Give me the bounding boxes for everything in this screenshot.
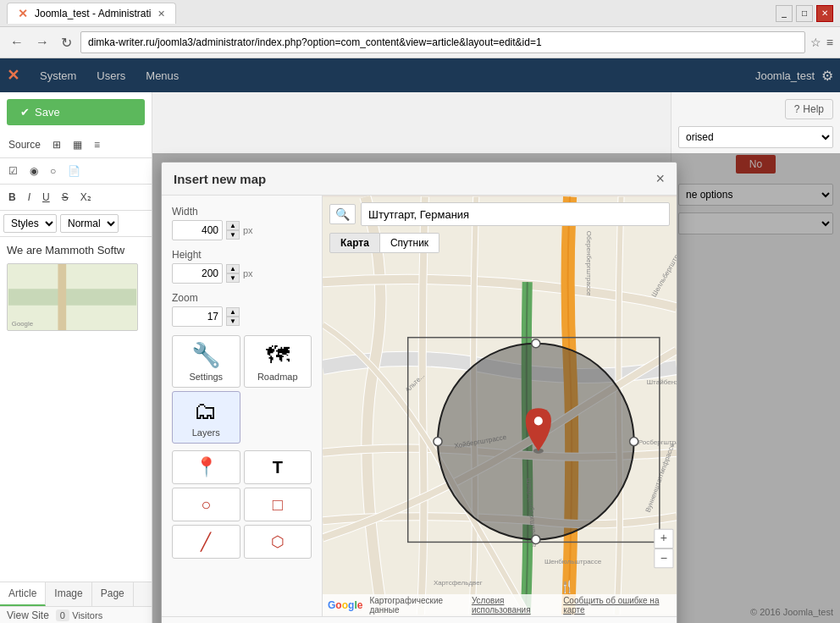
maximize-btn[interactable]: □ <box>796 5 813 22</box>
zoom-label: Zoom <box>172 292 312 304</box>
marker-shape-btn[interactable]: 📍 <box>172 450 240 484</box>
editor-text: We are Mammoth Softw <box>7 244 145 256</box>
dialog-close-btn[interactable]: × <box>655 171 665 186</box>
tool-grid: 🔧 Settings 🗺 Roadmap 🗂 Layers <box>172 335 312 444</box>
subscript-btn[interactable]: X₂ <box>75 188 97 207</box>
forward-btn[interactable]: → <box>32 33 52 52</box>
nav-menus[interactable]: Menus <box>135 63 189 89</box>
doc-btn[interactable]: 📄 <box>63 162 86 180</box>
svg-text:+: + <box>660 531 667 544</box>
help-button[interactable]: ? Help <box>785 99 833 119</box>
settings-icon: 🔧 <box>191 341 221 369</box>
zoom-down-btn[interactable]: ▼ <box>226 317 240 326</box>
strikethrough-btn[interactable]: S <box>57 188 74 207</box>
circle-btn[interactable]: ○ <box>45 162 61 180</box>
authorised-select[interactable]: orised <box>678 126 833 148</box>
layers-tool-btn[interactable]: 🗂 Layers <box>172 391 240 444</box>
tab-title: Joomla_test - Administrati <box>35 8 151 19</box>
nav-system[interactable]: System <box>30 63 86 89</box>
browser-tab[interactable]: ✕ Joomla_test - Administrati ✕ <box>7 3 176 24</box>
url-bar[interactable] <box>80 31 805 53</box>
width-control: Width ▲ ▼ px <box>172 206 312 240</box>
map-report-link[interactable]: Сообщить об ошибке на карте <box>563 596 671 615</box>
styles-select[interactable]: Styles <box>3 214 57 233</box>
svg-point-19 <box>532 339 540 348</box>
map-tab-sputnik[interactable]: Спутник <box>380 233 439 253</box>
width-input[interactable] <box>172 220 223 240</box>
map-type-tabs: Карта Спутник <box>329 233 439 253</box>
toolbar-btn-1[interactable]: ⊞ <box>47 135 66 154</box>
google-logo: Google <box>328 599 362 611</box>
italic-btn[interactable]: I <box>23 188 36 207</box>
nav-users[interactable]: Users <box>86 63 135 89</box>
marker-icon: 📍 <box>195 456 218 478</box>
settings-tool-btn[interactable]: 🔧 Settings <box>172 335 240 388</box>
site-name[interactable]: Joomla_test <box>755 69 815 82</box>
height-up-btn[interactable]: ▲ <box>226 264 240 273</box>
view-site-link[interactable]: View Site <box>7 609 49 621</box>
joomla-topbar: ✕ System Users Menus Joomla_test ⚙ <box>0 58 840 92</box>
editor-toolbar-3: B I U S X₂ <box>0 185 152 211</box>
close-btn[interactable]: ✕ <box>816 5 833 22</box>
source-button[interactable]: Source <box>3 135 46 154</box>
rect-icon: □ <box>273 495 283 515</box>
radio-btn[interactable]: ◉ <box>25 162 43 180</box>
map-search-icon: 🔍 <box>329 204 356 224</box>
width-unit: px <box>243 225 253 235</box>
toolbar-btn-3[interactable]: ≡ <box>89 135 105 154</box>
tab-close-btn[interactable]: ✕ <box>158 8 165 19</box>
svg-text:Штайбенэккер: Штайбенэккер <box>647 378 677 386</box>
joomla-nav: System Users Menus <box>30 63 189 89</box>
gear-icon[interactable]: ⚙ <box>821 68 833 84</box>
joomla-right-bar: Joomla_test ⚙ <box>755 68 833 84</box>
toolbar-btn-2[interactable]: ▦ <box>68 135 87 154</box>
polygon-shape-btn[interactable]: ⬡ <box>244 525 312 559</box>
text-shape-btn[interactable]: T <box>244 450 312 484</box>
height-label: Height <box>172 249 312 261</box>
roadmap-label: Roadmap <box>257 372 298 382</box>
rect-shape-btn[interactable]: □ <box>244 488 312 521</box>
map-tab-carta[interactable]: Карта <box>329 233 380 253</box>
insert-map-dialog: Insert new map × Width ▲ ▼ px <box>161 162 677 623</box>
status-bar: View Site 0 Visitors <box>0 606 152 623</box>
bottom-tabs: Article Image Page <box>0 582 152 606</box>
svg-text:Хартсфельдвег: Хартсфельдвег <box>434 579 483 587</box>
zoom-up-btn[interactable]: ▲ <box>226 307 240 317</box>
reload-btn[interactable]: ↻ <box>58 33 75 52</box>
checkbox-btn[interactable]: ☑ <box>3 162 23 180</box>
roadmap-icon: 🗺 <box>266 341 290 369</box>
save-icon: ✔ <box>20 106 30 119</box>
width-up-btn[interactable]: ▲ <box>226 221 240 230</box>
shape-grid: 📍 T ○ □ ╱ <box>172 450 312 559</box>
map-terms-link[interactable]: Условия использования <box>472 596 556 615</box>
minimize-btn[interactable]: _ <box>776 5 793 22</box>
tab-page[interactable]: Page <box>92 582 134 606</box>
height-down-btn[interactable]: ▼ <box>226 273 240 283</box>
tab-article[interactable]: Article <box>0 582 46 606</box>
map-thumbnail: Google <box>7 263 138 331</box>
map-svg: Шелльбергштрассе Оберенбергштрассе Штайб… <box>323 196 677 616</box>
roadmap-tool-btn[interactable]: 🗺 Roadmap <box>244 335 312 388</box>
underline-btn[interactable]: U <box>37 188 55 207</box>
zoom-input[interactable] <box>172 306 223 327</box>
editor-toolbar-2: ☑ ◉ ○ 📄 <box>0 158 152 185</box>
save-button[interactable]: ✔ Save <box>7 99 145 125</box>
zoom-control: Zoom ▲ ▼ <box>172 292 312 327</box>
svg-text:Google: Google <box>12 320 33 328</box>
layers-icon: 🗂 <box>194 397 218 425</box>
tab-image[interactable]: Image <box>46 582 91 606</box>
map-search-input[interactable] <box>361 202 670 226</box>
text-icon: T <box>273 458 283 477</box>
svg-text:🍴: 🍴 <box>560 579 575 594</box>
menu-icon[interactable]: ≡ <box>826 36 833 49</box>
svg-text:Оберенбергштрассе: Оберенбергштрассе <box>585 231 593 296</box>
line-shape-btn[interactable]: ╱ <box>172 525 240 559</box>
visitors-count: 0 Visitors <box>56 609 102 621</box>
circle-shape-btn[interactable]: ○ <box>172 488 240 521</box>
bold-btn[interactable]: B <box>3 188 21 207</box>
svg-point-24 <box>534 416 543 425</box>
height-input[interactable] <box>172 263 223 284</box>
back-btn[interactable]: ← <box>7 33 27 52</box>
format-select[interactable]: Normal <box>60 214 119 233</box>
width-down-btn[interactable]: ▼ <box>226 230 240 240</box>
